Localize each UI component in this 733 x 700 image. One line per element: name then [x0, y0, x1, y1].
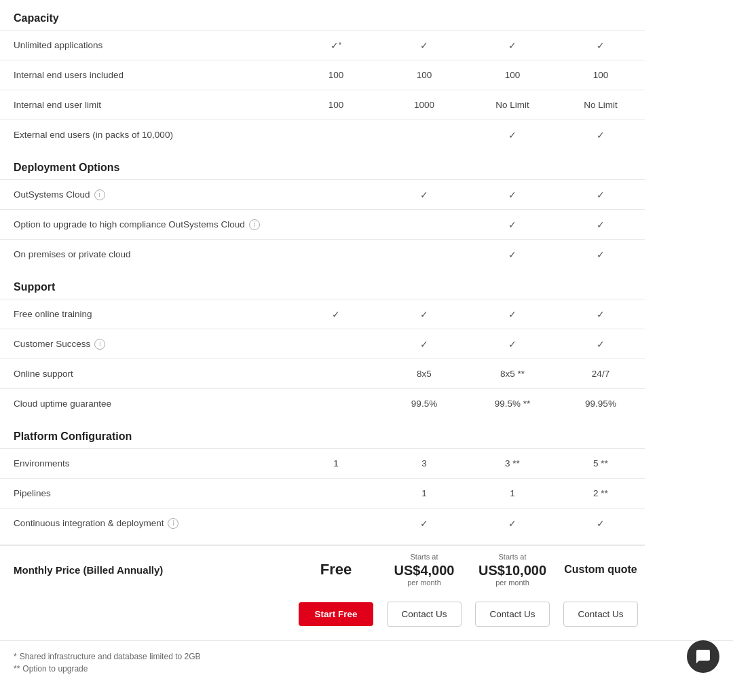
feature-cell: ✓: [557, 184, 645, 206]
feature-name-text: Cloud uptime guarantee: [14, 399, 111, 409]
feature-row: External end users (in packs of 10,000)✓…: [0, 119, 645, 149]
feature-cell: ✓: [468, 244, 557, 265]
feature-cell: 1: [468, 483, 557, 504]
contact-us-button[interactable]: Contact Us: [387, 602, 462, 627]
header-col-empty: [557, 281, 645, 293]
contact-us-button[interactable]: Contact Us: [475, 602, 550, 627]
check-mark: ✓: [508, 189, 516, 200]
check-mark: ✓: [508, 309, 516, 320]
feature-cell: [292, 130, 380, 141]
feature-cell: 1: [292, 453, 380, 474]
feature-name: Unlimited applications: [0, 33, 292, 57]
check-mark: ✓: [420, 309, 428, 320]
start-free-button[interactable]: Start Free: [299, 602, 373, 626]
feature-cell: 3: [380, 453, 468, 474]
header-col-empty: [380, 430, 468, 443]
price-custom-label: Custom quote: [564, 564, 637, 576]
footnote-ref: *: [339, 41, 341, 49]
feature-cell: 100: [468, 65, 557, 86]
feature-cell: [380, 130, 468, 141]
footnote-text: Shared infrastructure and database limit…: [20, 652, 201, 661]
feature-name: External end users (in packs of 10,000): [0, 123, 292, 147]
check-mark: ✓: [420, 40, 428, 51]
feature-name: Pipelines: [0, 481, 292, 505]
header-col-empty: [468, 430, 557, 443]
feature-name: Online support: [0, 362, 292, 386]
feature-cell: [292, 339, 380, 350]
feature-cell: ✓: [557, 513, 645, 534]
feature-row: Pipelines112 **: [0, 478, 645, 508]
feature-cell: No Limit: [468, 94, 557, 115]
feature-name: Internal end user limit: [0, 93, 292, 117]
price-per-month: per month: [495, 578, 529, 587]
feature-cell: ✓: [380, 184, 468, 206]
feature-row: Continuous integration & deploymenti✓✓✓: [0, 508, 645, 538]
feature-row: Unlimited applications✓*✓✓✓: [0, 30, 645, 60]
feature-row: Internal end users included100100100100: [0, 60, 645, 90]
feature-name: Customer Successi: [0, 332, 292, 356]
feature-row: Free online training✓✓✓✓: [0, 299, 645, 329]
header-col-empty: [292, 430, 380, 443]
price-amount: US$10,000: [478, 562, 546, 578]
feature-row: Customer Successi✓✓✓: [0, 329, 645, 358]
feature-name-text: OutSystems Cloud: [14, 189, 90, 200]
feature-row: Environments133 **5 **: [0, 448, 645, 478]
header-col-empty: [292, 12, 380, 24]
price-section-label: Monthly Price (Billed Annually): [0, 553, 292, 587]
footnote-text: Option to upgrade: [22, 664, 88, 674]
check-mark: ✓: [597, 219, 605, 230]
feature-cell: ✓: [557, 303, 645, 325]
contact-us-button[interactable]: Contact Us: [563, 602, 638, 627]
feature-name-text: Customer Success: [14, 339, 90, 349]
feature-cell: 100: [557, 65, 645, 86]
info-icon[interactable]: i: [94, 339, 105, 350]
check-mark: ✓: [420, 518, 428, 529]
header-col-empty: [557, 12, 645, 24]
feature-cell: ✓: [468, 214, 557, 236]
feature-cell: ✓: [557, 244, 645, 265]
feature-cell: ✓: [557, 333, 645, 355]
feature-cell: ✓: [380, 303, 468, 325]
feature-row: Option to upgrade to high compliance Out…: [0, 209, 645, 239]
footnotes: *Shared infrastructure and database limi…: [0, 640, 733, 687]
feature-row: Online support8x58x5 **24/7: [0, 358, 645, 388]
header-col-empty: [557, 162, 645, 174]
cta-cell: Contact Us: [380, 602, 468, 627]
check-mark: ✓: [597, 309, 605, 320]
feature-name: On premises or private cloud: [0, 242, 292, 266]
feature-name-text: External end users (in packs of 10,000): [14, 130, 173, 140]
info-icon[interactable]: i: [94, 189, 105, 200]
check-mark: ✓: [597, 40, 605, 51]
feature-cell: [292, 488, 380, 499]
section-title: Support: [0, 281, 292, 293]
feature-cell: 1000: [380, 94, 468, 115]
header-col-empty: [468, 162, 557, 174]
feature-cell: ✓: [468, 333, 557, 355]
feature-cell: ✓: [557, 214, 645, 236]
header-col-empty: [468, 281, 557, 293]
chat-icon: [695, 648, 711, 665]
feature-cell: ✓: [468, 35, 557, 56]
section-header: Platform Configuration: [0, 418, 645, 448]
cta-cell: Contact Us: [557, 602, 645, 627]
info-icon[interactable]: i: [168, 518, 178, 529]
check-mark: ✓: [597, 249, 605, 260]
footnote-symbol: *: [14, 652, 17, 661]
check-mark: ✓: [597, 518, 605, 529]
section-header: Deployment Options: [0, 149, 645, 179]
feature-cell: 2 **: [557, 483, 645, 504]
check-mark: ✓: [508, 130, 516, 141]
feature-cell: ✓: [468, 303, 557, 325]
feature-name-text: On premises or private cloud: [14, 249, 131, 259]
price-section: Monthly Price (Billed Annually)FreeStart…: [0, 545, 645, 593]
chat-button[interactable]: [687, 640, 719, 673]
header-col-empty: [468, 12, 557, 24]
check-mark: ✓: [420, 339, 428, 350]
check-mark: ✓: [420, 189, 428, 200]
feature-cell: 100: [292, 65, 380, 86]
info-icon[interactable]: i: [249, 219, 260, 230]
footnote-line: *Shared infrastructure and database limi…: [14, 652, 719, 661]
feature-cell: 99.5%: [380, 393, 468, 414]
feature-row: Internal end user limit1001000No LimitNo…: [0, 90, 645, 119]
header-col-empty: [292, 281, 380, 293]
